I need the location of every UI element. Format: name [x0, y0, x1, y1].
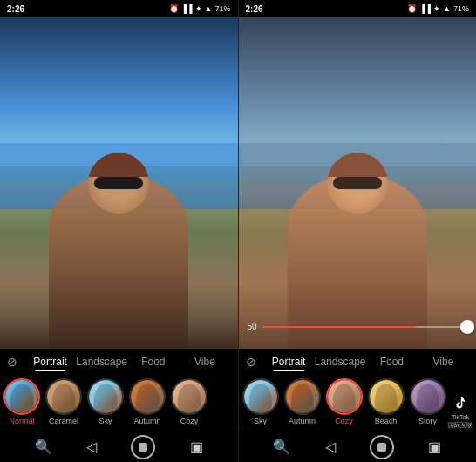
- left-tab-landscape[interactable]: Landscape: [76, 354, 127, 370]
- right-thumb-cozy-circle: [326, 378, 363, 415]
- right-tab-vibe[interactable]: Vibe: [418, 354, 469, 370]
- right-back-icon[interactable]: ◁: [325, 438, 336, 455]
- right-nav-bar: 🔍 ◁ ▣: [239, 431, 477, 462]
- left-thumb-sky-circle: [87, 378, 124, 415]
- left-status-icons: ⏰ ▐▐ ✦ ▲ 71%: [169, 4, 231, 13]
- bluetooth-icon: ✦: [195, 4, 202, 13]
- right-thumb-story-label: Story: [418, 417, 437, 425]
- right-filter-cozy[interactable]: Cozy: [326, 378, 363, 425]
- right-filter-beach[interactable]: Beach: [368, 378, 405, 425]
- left-mute-icon[interactable]: ⊘: [7, 355, 17, 369]
- left-back-icon[interactable]: ◁: [86, 438, 97, 455]
- intensity-value: 50: [248, 322, 257, 331]
- left-thumb-normal-circle: [3, 378, 40, 415]
- intensity-slider-container: 50: [248, 322, 468, 331]
- left-filter-tabs: ⊘ Portrait Landscape Food Vibe: [0, 349, 238, 373]
- left-thumb-caramel-circle: [45, 378, 82, 415]
- left-phone-panel: 2:26 ⏰ ▐▐ ✦ ▲ 71% Normal Portrait: [0, 0, 238, 462]
- left-filter-row: Normal Caramel Sky: [0, 373, 238, 431]
- right-alarm-icon: ⏰: [407, 4, 417, 13]
- right-filter-story[interactable]: Story: [410, 378, 446, 425]
- tiktok-logo: [450, 392, 471, 413]
- tiktok-watermark: TikTok国际互联: [448, 392, 473, 429]
- left-recent-icon[interactable]: ▣: [190, 438, 203, 455]
- left-status-time: 2:26: [7, 4, 24, 14]
- battery-percent-left: 71%: [214, 4, 230, 13]
- right-filter-autumn[interactable]: Autumn: [284, 378, 321, 425]
- right-thumb-beach-circle: [368, 378, 405, 415]
- left-thumb-cozy-circle: [171, 378, 207, 415]
- right-thumb-autumn-circle: [284, 378, 321, 415]
- right-battery-percent: 71%: [453, 4, 469, 13]
- right-thumb-autumn-label: Autumn: [289, 417, 316, 425]
- intensity-fill: [262, 326, 417, 328]
- intensity-track[interactable]: [262, 326, 467, 328]
- right-filter-row: Sky Autumn Cozy: [239, 373, 477, 431]
- right-thumb-story-circle: [410, 378, 446, 415]
- left-thumb-normal-label: Normal: [9, 417, 34, 425]
- left-thumb-caramel-label: Caramel: [49, 417, 78, 425]
- right-status-time: 2:26: [246, 4, 263, 14]
- right-bluetooth-icon: ✦: [433, 4, 440, 13]
- right-status-bar: 2:26 ⏰ ▐▐ ✦ ▲ 71%: [239, 0, 477, 17]
- left-thumb-sky-label: Sky: [99, 417, 112, 425]
- right-recent-icon[interactable]: ▣: [428, 438, 441, 455]
- right-battery-icon: ▐▐: [419, 4, 431, 13]
- right-phone-panel: 2:26 ⏰ ▐▐ ✦ ▲ 71% Cozy Portrait: [239, 0, 477, 462]
- intensity-thumb[interactable]: [460, 320, 474, 334]
- right-home-button[interactable]: [370, 435, 394, 459]
- right-filter-tabs: ⊘ Portrait Landscape Food Vibe: [239, 349, 477, 373]
- right-filter-sky[interactable]: Sky: [242, 378, 279, 425]
- left-status-bar: 2:26 ⏰ ▐▐ ✦ ▲ 71%: [0, 0, 238, 17]
- alarm-icon: ⏰: [169, 4, 179, 13]
- left-bottom-controls: ⊘ Portrait Landscape Food Vibe Normal: [0, 349, 238, 462]
- right-thumb-sky-circle: [242, 378, 279, 415]
- left-search-icon[interactable]: 🔍: [35, 438, 52, 455]
- right-tab-food[interactable]: Food: [366, 354, 418, 370]
- left-filter-sky[interactable]: Sky: [87, 378, 124, 425]
- right-camera-view: Cozy Portrait 50: [239, 17, 477, 349]
- right-thumb-sky-label: Sky: [254, 417, 267, 425]
- left-thumb-autumn-circle: [129, 378, 166, 415]
- left-nav-bar: 🔍 ◁ ▣: [0, 431, 238, 462]
- battery-icon: ▐▐: [181, 4, 193, 13]
- left-filter-normal[interactable]: Normal: [3, 378, 40, 425]
- left-filter-caramel[interactable]: Caramel: [45, 378, 82, 425]
- right-tab-landscape[interactable]: Landscape: [315, 354, 366, 370]
- right-status-icons: ⏰ ▐▐ ✦ ▲ 71%: [407, 4, 469, 13]
- right-thumb-cozy-label: Cozy: [335, 417, 353, 425]
- tiktok-label: TikTok国际互联: [448, 414, 473, 429]
- left-thumb-cozy-label: Cozy: [180, 417, 199, 425]
- left-tab-portrait[interactable]: Portrait: [24, 354, 76, 370]
- left-home-button[interactable]: [131, 435, 155, 459]
- left-tab-food[interactable]: Food: [127, 354, 179, 370]
- left-filter-autumn[interactable]: Autumn: [129, 378, 166, 425]
- left-tab-vibe[interactable]: Vibe: [179, 354, 230, 370]
- right-bottom-controls: ⊘ Portrait Landscape Food Vibe Sky: [239, 349, 477, 462]
- left-filter-cozy[interactable]: Cozy: [171, 378, 207, 425]
- right-wifi-icon: ▲: [443, 4, 451, 13]
- right-search-icon[interactable]: 🔍: [273, 438, 290, 455]
- wifi-icon: ▲: [205, 4, 213, 13]
- left-camera-view: Normal Portrait: [0, 17, 238, 349]
- left-thumb-autumn-label: Autumn: [133, 417, 160, 425]
- right-mute-icon[interactable]: ⊘: [246, 355, 256, 369]
- right-tab-portrait[interactable]: Portrait: [263, 354, 315, 370]
- right-thumb-beach-label: Beach: [375, 417, 398, 425]
